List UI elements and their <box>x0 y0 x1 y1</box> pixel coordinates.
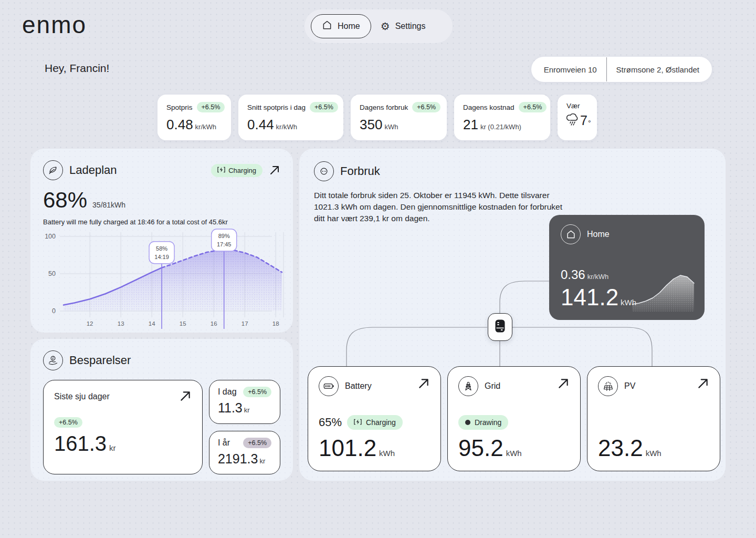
app-logo: enmo <box>22 11 87 39</box>
solar-panel-icon <box>598 376 618 396</box>
stat-card-spotpris: Spotpris +6.5% 0.48kr/kWh <box>158 95 231 140</box>
pv-card: PV 23.2kWh <box>587 366 720 471</box>
battery-percent: 68% <box>43 188 87 213</box>
nav-home-label: Home <box>338 22 360 31</box>
ladeplan-expand-arrow[interactable] <box>269 164 280 176</box>
stat-label: Snitt spotpris i dag <box>247 104 306 111</box>
charging-status-label: Charging <box>228 167 256 174</box>
battery-card-label: Battery <box>345 381 372 391</box>
stat-card-snitt-spotpris: Snitt spotpris i dag +6.5% 0.44kr/kWh <box>238 95 343 140</box>
battery-status-label: Charging <box>366 418 396 427</box>
leaf-charging-icon <box>43 160 63 180</box>
stat-label: Spotpris <box>166 104 193 111</box>
home-energy: 141.2 <box>561 284 618 310</box>
battery-card: Battery 65% Charging <box>308 366 441 471</box>
stat-value: 0.44 <box>247 117 274 132</box>
battery-bolt-icon <box>217 167 225 174</box>
svg-text:58%: 58% <box>156 245 167 252</box>
stat-label: Dagens forbruk <box>360 104 408 111</box>
grid-card: Grid Drawing 95.2kWh <box>447 366 581 471</box>
degree-symbol: ° <box>588 119 591 127</box>
battery-capacity: 35/81kWh <box>92 201 125 209</box>
home-card-label: Home <box>587 230 610 239</box>
stat-card-weather: Vær 7 ° <box>558 95 597 140</box>
ladeplan-panel: Ladeplan Charging 68% 35/81kWh Battery w… <box>30 149 293 333</box>
charge-plan-chart: 58%14:1989%17:4505010012131415161718 <box>37 228 280 334</box>
charging-status-badge: Charging <box>211 164 262 177</box>
grid-card-label: Grid <box>485 381 500 391</box>
stat-label: Dagens kostnad <box>463 104 514 111</box>
grid-status-label: Drawing <box>475 418 501 427</box>
home-icon <box>561 224 581 244</box>
savings-week-value: 161.3 <box>54 432 107 455</box>
trend-badge: +6.5% <box>54 417 82 428</box>
weather-temperature: 7 <box>580 113 587 128</box>
trend-badge: +6.5% <box>243 438 271 448</box>
pv-unit: kWh <box>646 449 662 458</box>
stat-card-dagens-kostnad: Dagens kostnad +6.5% 21kr (0.21/kWh) <box>454 95 550 140</box>
outlet-icon <box>314 161 334 181</box>
besparelser-title: Besparelser <box>69 354 131 367</box>
charge-plan-caption: Battery will me fully charged at 18:46 f… <box>43 218 280 226</box>
svg-text:14:19: 14:19 <box>154 254 169 260</box>
stat-value: 350 <box>360 117 382 132</box>
nav-settings-label: Settings <box>395 22 426 31</box>
location-zone: Strømsone 2, Østlandet <box>616 65 699 74</box>
battery-icon <box>319 376 339 396</box>
stat-unit: kr/kWh <box>276 123 297 131</box>
besparelser-panel: Besparelser Siste sju dager +6.5% 161.3k… <box>30 339 293 481</box>
stat-value: 21 <box>463 117 478 132</box>
grid-status-badge: Drawing <box>458 415 508 430</box>
savings-today-unit: kr <box>244 406 250 414</box>
nav-home-button[interactable]: Home <box>311 14 371 38</box>
svg-text:15: 15 <box>180 320 186 327</box>
trend-badge: +6.5% <box>412 102 440 112</box>
stats-row: Spotpris +6.5% 0.48kr/kWh Snitt spotpris… <box>158 95 597 140</box>
stat-unit: kWh <box>384 123 398 131</box>
forbruk-title: Forbruk <box>340 164 380 178</box>
savings-week-card: Siste sju dager +6.5% 161.3kr <box>43 380 203 474</box>
battery-expand-arrow[interactable] <box>417 377 430 390</box>
savings-year-card: I år +6.5% 2191.3kr <box>209 431 280 475</box>
location-address: Enromveien 10 <box>544 65 597 74</box>
savings-today-label: I dag <box>218 387 237 397</box>
savings-week-label: Siste sju dager <box>54 392 192 401</box>
svg-text:14: 14 <box>149 320 155 327</box>
pv-card-label: PV <box>624 381 635 391</box>
drawing-dot-icon <box>465 420 470 425</box>
energy-sources-row: Battery 65% Charging <box>308 366 720 471</box>
main-nav: Home ⚙ Settings <box>304 9 453 43</box>
forbruk-description: Ditt totale forbruk siden 25. Oktober er… <box>314 190 566 224</box>
grid-value: 95.2 <box>458 435 503 461</box>
charger-node-button[interactable] <box>488 313 512 341</box>
savings-year-unit: kr <box>259 457 265 465</box>
savings-week-expand-arrow[interactable] <box>179 390 192 402</box>
savings-today-value: 11.3 <box>218 400 243 415</box>
svg-text:16: 16 <box>211 320 217 327</box>
battery-percent: 65% <box>319 416 342 429</box>
svg-text:89%: 89% <box>218 233 230 239</box>
svg-text:50: 50 <box>48 270 56 277</box>
power-tower-icon <box>458 376 478 396</box>
ladeplan-title: Ladeplan <box>69 163 117 177</box>
home-price-unit: kr/kWh <box>587 273 608 281</box>
savings-week-unit: kr <box>109 443 116 452</box>
savings-year-label: I år <box>218 438 230 448</box>
trend-badge: +6.5% <box>243 387 271 397</box>
grid-expand-arrow[interactable] <box>557 377 570 390</box>
ev-charger-icon <box>495 319 506 335</box>
stat-unit: kr/kWh <box>195 123 216 131</box>
savings-icon <box>43 350 63 370</box>
pv-value: 23.2 <box>598 435 643 461</box>
stat-label: Vær <box>566 102 580 110</box>
battery-unit: kWh <box>379 449 395 458</box>
home-sparkline-chart <box>629 264 697 315</box>
location-pill: Enromveien 10 Strømsone 2, Østlandet <box>531 57 712 82</box>
home-consumption-card: Home 0.36kr/kWh 141.2kWh <box>549 215 705 320</box>
svg-text:0: 0 <box>52 307 56 315</box>
nav-settings-button[interactable]: ⚙ Settings <box>373 16 433 37</box>
trend-badge: +6.5% <box>310 102 338 112</box>
home-icon <box>322 20 332 33</box>
pv-expand-arrow[interactable] <box>697 377 709 390</box>
home-price: 0.36 <box>561 267 585 282</box>
